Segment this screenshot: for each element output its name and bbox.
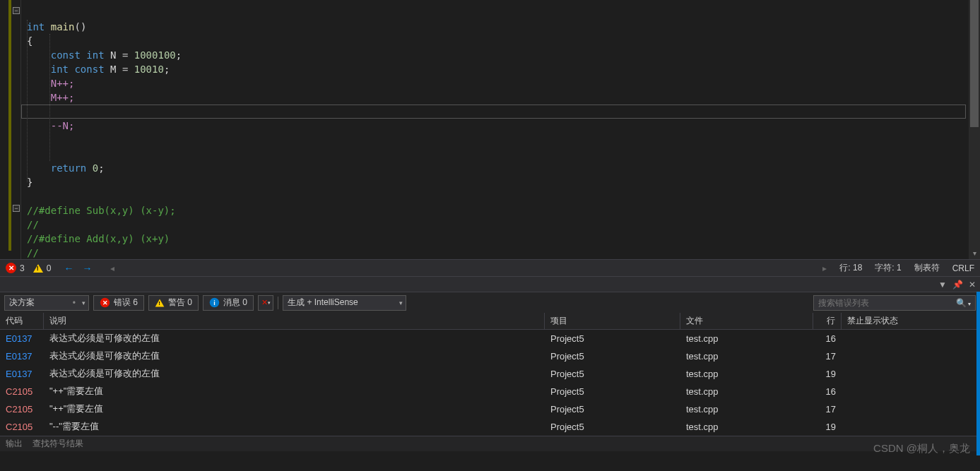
error-file: test.cpp <box>680 347 813 364</box>
table-row[interactable]: E0137表达式必须是可修改的左值Project5test.cpp16 <box>0 330 980 347</box>
warnings-toggle[interactable]: 警告 0 <box>148 295 199 311</box>
error-code: C2105 <box>0 383 44 400</box>
error-line: 19 <box>813 418 842 435</box>
table-row[interactable]: E0137表达式必须是可修改的左值Project5test.cpp19 <box>0 365 980 383</box>
clear-filter-button[interactable]: ✕▾ <box>258 295 273 311</box>
close-icon[interactable]: ✕ <box>969 280 976 290</box>
table-row[interactable]: E0137表达式必须是可修改的左值Project5test.cpp17 <box>0 347 980 365</box>
error-file: test.cpp <box>680 418 813 435</box>
error-project: Project5 <box>545 347 680 364</box>
error-suppress <box>842 365 980 382</box>
error-code: C2105 <box>0 400 44 417</box>
tab-findresults[interactable]: 查找符号结果 <box>33 438 83 450</box>
error-list-grid[interactable]: 代码 说明 项目 文件 行 禁止显示状态 E0137表达式必须是可修改的左值Pr… <box>0 313 980 436</box>
tab-output[interactable]: 输出 <box>6 438 23 450</box>
messages-toggle[interactable]: i 消息 0 <box>203 295 254 311</box>
error-desc: 表达式必须是可修改的左值 <box>44 365 545 382</box>
table-row[interactable]: C2105"++"需要左值Project5test.cpp17 <box>0 400 980 418</box>
error-line: 17 <box>813 400 842 417</box>
error-suppress <box>842 330 980 347</box>
panel-header: ▼ 📌 ✕ <box>0 276 980 292</box>
header-file[interactable]: 文件 <box>680 313 813 329</box>
search-errors[interactable]: 🔍 <box>813 295 976 311</box>
line-ending[interactable]: CRLF <box>952 263 974 273</box>
error-line: 19 <box>813 365 842 382</box>
warning-icon <box>155 299 165 306</box>
solution-filter[interactable]: 决方案 • <box>4 295 89 311</box>
error-project: Project5 <box>545 400 680 417</box>
errorlist-toolbar: 决方案 • ✕ 错误 6 警告 0 i 消息 0 ✕▾ 生成 + Intelli… <box>0 292 980 313</box>
error-project: Project5 <box>545 383 680 400</box>
error-icon: ✕ <box>6 263 16 273</box>
error-desc: "++"需要左值 <box>44 383 545 400</box>
table-row[interactable]: C2105"++"需要左值Project5test.cpp16 <box>0 383 980 400</box>
error-count[interactable]: ✕ 3 <box>6 263 25 273</box>
error-suppress <box>842 400 980 417</box>
error-file: test.cpp <box>680 383 813 400</box>
editor-status-bar: ✕ 3 0 ← → ◂ ▸ 行: 18 字符: 1 制表符 CRLF <box>0 259 980 276</box>
code-editor[interactable]: − − int main() { const int N = 1000100; … <box>0 0 980 259</box>
error-line: 17 <box>813 347 842 364</box>
error-desc: 表达式必须是可修改的左值 <box>44 347 545 364</box>
error-project: Project5 <box>545 418 680 435</box>
bottom-tabs: 输出 查找符号结果 <box>0 436 980 451</box>
current-line-highlight <box>21 105 966 119</box>
error-project: Project5 <box>545 365 680 382</box>
error-file: test.cpp <box>680 365 813 382</box>
source-filter[interactable]: 生成 + IntelliSense <box>283 295 406 311</box>
table-row[interactable]: C2105"--"需要左值Project5test.cpp19 <box>0 418 980 436</box>
error-file: test.cpp <box>680 330 813 347</box>
grid-header: 代码 说明 项目 文件 行 禁止显示状态 <box>0 313 980 330</box>
fold-toggle[interactable]: − <box>13 205 20 212</box>
header-line[interactable]: 行 <box>813 313 842 329</box>
error-suppress <box>842 347 980 364</box>
vertical-scrollbar[interactable]: ▾ <box>969 0 980 259</box>
error-code: C2105 <box>0 418 44 435</box>
nav-back-icon[interactable]: ← <box>59 263 78 274</box>
error-code: E0137 <box>0 330 44 347</box>
error-desc: "++"需要左值 <box>44 400 545 417</box>
error-icon: ✕ <box>100 298 110 308</box>
error-line: 16 <box>813 383 842 400</box>
error-suppress <box>842 383 980 400</box>
error-code: E0137 <box>0 365 44 382</box>
header-desc[interactable]: 说明 <box>44 313 545 329</box>
search-input[interactable] <box>818 298 956 308</box>
cursor-char: 字符: 1 <box>875 262 901 274</box>
error-file: test.cpp <box>680 400 813 417</box>
panel-scrollbar[interactable] <box>976 292 980 455</box>
errors-toggle[interactable]: ✕ 错误 6 <box>93 295 144 311</box>
header-project[interactable]: 项目 <box>545 313 680 329</box>
nav-forward-icon[interactable]: → <box>78 263 96 274</box>
error-line: 16 <box>813 330 842 347</box>
code-content[interactable]: int main() { const int N = 1000100; int … <box>21 0 980 259</box>
error-desc: "--"需要左值 <box>44 418 545 435</box>
warning-icon <box>33 264 43 273</box>
error-suppress <box>842 418 980 435</box>
editor-gutter: − − <box>0 0 21 259</box>
pin-icon[interactable]: 📌 <box>952 280 963 290</box>
error-project: Project5 <box>545 330 680 347</box>
info-icon: i <box>210 298 220 308</box>
error-desc: 表达式必须是可修改的左值 <box>44 330 545 347</box>
indent-mode[interactable]: 制表符 <box>914 262 940 274</box>
header-suppress[interactable]: 禁止显示状态 <box>842 313 980 329</box>
search-icon[interactable]: 🔍 <box>956 298 971 308</box>
fold-toggle[interactable]: − <box>13 7 20 14</box>
dropdown-icon[interactable]: ▼ <box>938 280 947 290</box>
cursor-line: 行: 18 <box>839 262 862 274</box>
error-code: E0137 <box>0 347 44 364</box>
